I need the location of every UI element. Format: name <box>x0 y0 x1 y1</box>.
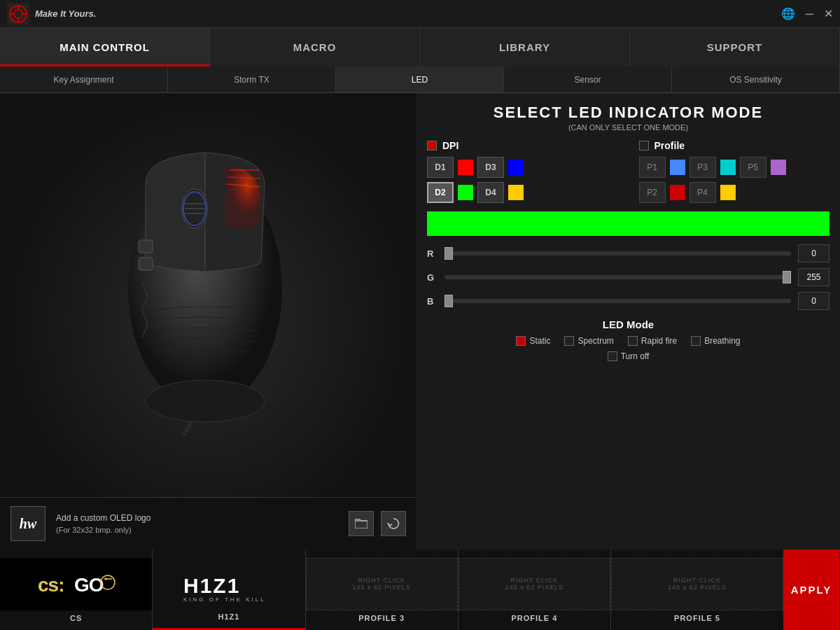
dpi-row-1: D1 D3 <box>427 157 618 178</box>
subnav-sensor[interactable]: Sensor <box>504 66 672 92</box>
profile-p1-color[interactable] <box>670 160 685 175</box>
dpi-d3-color[interactable] <box>508 160 524 175</box>
profile-h1z1[interactable]: H1Z1 KING OF THE KILL H1Z1 <box>153 550 305 630</box>
oled-bar: hw Add a custom OLED logo (For 32x32 bmp… <box>0 497 416 550</box>
brand-text: Make It Yours. <box>35 8 96 19</box>
b-value[interactable]: 0 <box>798 292 830 310</box>
coolermaster-logo <box>7 3 29 25</box>
right-panel: SELECT LED INDICATOR MODE (CAN ONLY SELE… <box>416 93 840 550</box>
profile5-name: PROFILE 5 <box>674 614 720 622</box>
svg-text:H1Z1: H1Z1 <box>183 574 240 597</box>
color-preview-bar <box>427 211 830 236</box>
dpi-d4-button[interactable]: D4 <box>477 182 504 203</box>
profile-label: Profile <box>654 140 685 151</box>
dpi-d4-color[interactable] <box>508 185 524 200</box>
svg-rect-19 <box>355 521 368 528</box>
profile-p2-button[interactable]: P2 <box>639 182 666 203</box>
oled-reset-button[interactable] <box>381 511 406 536</box>
profile-checkbox[interactable] <box>639 141 649 150</box>
dpi-d1-color[interactable] <box>458 160 473 175</box>
close-icon[interactable]: ✕ <box>824 7 833 20</box>
profile-p1-button[interactable]: P1 <box>639 157 666 178</box>
profile-5[interactable]: RIGHT CLICK 145 x 62 PIXELS PROFILE 5 <box>611 558 783 622</box>
main-nav: MAIN CONTROL MACRO LIBRARY SUPPORT <box>0 28 840 66</box>
apply-container: APPLY <box>783 550 839 630</box>
profile-3[interactable]: RIGHT CLICK 145 x 62 PIXELS PROFILE 3 <box>306 550 458 630</box>
profile-p4-color[interactable] <box>720 185 736 200</box>
svg-point-18 <box>146 380 265 422</box>
profile-row-2: P2 P4 <box>639 182 830 203</box>
profile-p5-button[interactable]: P5 <box>740 157 766 178</box>
spectrum-checkbox[interactable] <box>564 336 574 346</box>
g-slider-track[interactable] <box>444 275 791 279</box>
subnav-storm-tx[interactable]: Storm TX <box>168 66 336 92</box>
nav-library[interactable]: LIBRARY <box>420 28 630 66</box>
b-slider-thumb[interactable] <box>444 295 453 307</box>
profile-p4-button[interactable]: P4 <box>690 182 716 203</box>
profile4-image: RIGHT CLICK 145 x 62 PIXELS <box>458 558 610 610</box>
rapidfire-checkbox[interactable] <box>628 336 638 346</box>
h1z1-profile-image: H1Z1 KING OF THE KILL <box>153 556 304 609</box>
g-value[interactable]: 255 <box>798 268 830 286</box>
h1z1-profile-name: H1Z1 <box>218 612 239 621</box>
svg-text:KING OF THE KILL: KING OF THE KILL <box>183 596 266 602</box>
rgb-sliders: R 0 G 255 B 0 <box>427 244 830 310</box>
profile-p3-color[interactable] <box>720 160 736 175</box>
subnav-led[interactable]: LED <box>336 66 504 92</box>
profile4-name: PROFILE 4 <box>512 614 558 622</box>
globe-icon[interactable]: 🌐 <box>781 7 795 20</box>
nav-macro[interactable]: MACRO <box>210 28 420 66</box>
profile-row-1: P1 P3 P5 <box>639 157 830 178</box>
subnav-key-assignment[interactable]: Key Assignment <box>0 66 168 92</box>
cs-go-background: cs: GO <box>0 558 152 610</box>
minimize-icon[interactable]: ─ <box>806 8 813 20</box>
r-slider-thumb[interactable] <box>444 247 453 260</box>
profile-p3-button[interactable]: P3 <box>690 157 716 178</box>
profile-p2-color[interactable] <box>670 185 685 200</box>
dpi-d3-button[interactable]: D3 <box>477 157 504 178</box>
profile-rows: P1 P3 P5 P2 P4 <box>639 157 830 203</box>
g-slider-thumb[interactable] <box>783 271 791 284</box>
mouse-image <box>0 93 416 550</box>
dpi-header: DPI <box>427 140 618 151</box>
left-panel: hw Add a custom OLED logo (For 32x32 bmp… <box>0 93 416 550</box>
rapidfire-mode-item: Rapid fire <box>628 336 677 346</box>
apply-button[interactable]: APPLY <box>783 550 839 630</box>
dpi-d2-color[interactable] <box>458 185 473 200</box>
svg-rect-15 <box>139 240 153 253</box>
breathing-checkbox[interactable] <box>691 336 701 346</box>
subnav-os-sensitivity[interactable]: OS Sensitivity <box>672 66 840 92</box>
profile-cs[interactable]: cs: GO CS <box>0 550 153 630</box>
dpi-checkbox[interactable] <box>427 141 437 150</box>
g-label: G <box>427 272 438 283</box>
profile-p5-color[interactable] <box>771 160 786 175</box>
nav-main-control[interactable]: MAIN CONTROL <box>0 28 210 66</box>
turnoff-checkbox[interactable] <box>608 351 617 361</box>
dpi-mode-group: DPI D1 D3 D2 D4 <box>427 140 618 203</box>
dpi-d1-button[interactable]: D1 <box>427 157 454 178</box>
r-value[interactable]: 0 <box>798 244 830 262</box>
oled-folder-button[interactable] <box>349 511 374 536</box>
cs-profile-image: cs: GO <box>0 558 152 610</box>
led-mode-options: Static Spectrum Rapid fire Breathing <box>427 336 830 346</box>
profile-4[interactable]: RIGHT CLICK 145 x 62 PIXELS PROFILE 4 <box>458 550 611 630</box>
svg-point-1 <box>14 10 22 18</box>
dpi-label: DPI <box>442 140 458 151</box>
h1z1-background: H1Z1 KING OF THE KILL <box>153 556 304 609</box>
breathing-mode-item: Breathing <box>691 336 740 346</box>
profile5-image: RIGHT CLICK 145 x 62 PIXELS <box>611 558 783 610</box>
hw-logo: hw <box>10 506 46 541</box>
static-checkbox[interactable] <box>516 336 526 346</box>
b-slider-row: B 0 <box>427 292 830 310</box>
r-slider-track[interactable] <box>444 251 791 255</box>
dpi-d2-button[interactable]: D2 <box>427 182 454 203</box>
main-content: hw Add a custom OLED logo (For 32x32 bmp… <box>0 93 840 550</box>
spectrum-mode-item: Spectrum <box>564 336 613 346</box>
rapidfire-label: Rapid fire <box>641 336 677 346</box>
led-mode-section: LED Mode Static Spectrum Rapid fire Brea… <box>427 318 830 361</box>
b-slider-track[interactable] <box>444 299 791 303</box>
static-mode-item: Static <box>516 336 550 346</box>
dpi-row-2: D2 D4 <box>427 182 618 203</box>
sub-nav: Key Assignment Storm TX LED Sensor OS Se… <box>0 66 840 93</box>
nav-support[interactable]: SUPPORT <box>630 28 840 66</box>
